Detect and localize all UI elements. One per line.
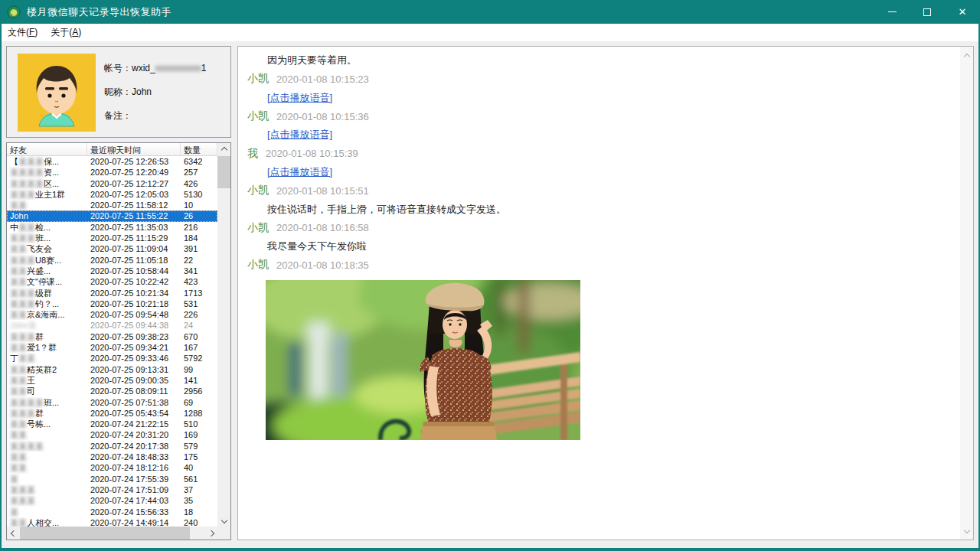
- horizontal-scroll-thumb[interactable]: [20, 527, 190, 540]
- minimize-button[interactable]: [874, 0, 910, 24]
- friend-row[interactable]: 某某某班...2020-07-25 11:15:29184: [7, 233, 217, 243]
- column-header-count[interactable]: 数量: [181, 143, 217, 155]
- nickname-value: John: [132, 86, 152, 97]
- friend-row[interactable]: 某某文"停课...2020-07-25 10:22:42423: [7, 276, 217, 287]
- friend-row[interactable]: 某某2020-07-24 18:12:1640: [7, 462, 217, 473]
- message-sender: 小凯: [247, 258, 269, 272]
- avatar: [18, 54, 96, 132]
- friends-list-header: 好友 最近聊天时间 数量: [7, 143, 217, 156]
- friend-row[interactable]: 某某兴盛...2020-07-25 10:58:44341: [7, 266, 217, 276]
- menu-item-about[interactable]: 关于(A): [45, 24, 87, 41]
- scrollbar-corner: [217, 527, 230, 540]
- friends-vertical-scrollbar[interactable]: [217, 143, 230, 527]
- voice-play-link[interactable]: [点击播放语音]: [267, 91, 332, 105]
- friend-row[interactable]: 某某某U8赛...2020-07-25 11:05:1822: [7, 255, 217, 266]
- profile-panel: 帐号：wxid_xxxxxxxxxx1 昵称：John 备注：: [6, 46, 231, 138]
- menubar: 文件(F) 关于(A): [0, 24, 980, 41]
- chevron-up-icon: [220, 146, 227, 152]
- friend-row[interactable]: 某某飞友会2020-07-25 11:09:04391: [7, 243, 217, 254]
- message-timestamp: 2020-01-08 10:16:58: [276, 222, 369, 233]
- message-text: 按住说话时，手指上滑，可将语音直接转成文字发送。: [267, 203, 506, 217]
- chevron-left-icon: [10, 530, 16, 536]
- nickname-row: 昵称：John: [104, 86, 152, 99]
- message-timestamp: 2020-01-08 10:15:51: [276, 185, 369, 197]
- friend-row[interactable]: 某某某群2020-07-25 09:38:23670: [7, 331, 217, 342]
- account-row: 帐号：wxid_xxxxxxxxxx1: [104, 62, 206, 75]
- friend-row[interactable]: 某某京&海南...2020-07-25 09:54:48226: [7, 309, 217, 320]
- friend-row[interactable]: 某某司2020-07-25 08:09:112956: [7, 386, 217, 396]
- menu-item-file[interactable]: 文件(F): [2, 24, 43, 41]
- friend-row[interactable]: 某某某某2020-07-24 20:17:38579: [7, 441, 217, 452]
- friend-row[interactable]: 某2020-07-24 15:56:3318: [7, 507, 217, 517]
- vertical-scroll-thumb[interactable]: [217, 156, 230, 188]
- friend-row[interactable]: 某某某2020-07-24 17:44:0335: [7, 495, 217, 506]
- message-timestamp: 2020-01-08 10:18:35: [276, 259, 369, 271]
- message-text: 我尽量今天下午发你啦: [267, 240, 367, 253]
- chat-scroll-up-button[interactable]: [960, 50, 973, 63]
- friend-row[interactable]: 某某某某区...2020-07-25 12:12:27426: [7, 178, 217, 189]
- friend-row[interactable]: 某某某某班...2020-07-25 07:51:3869: [7, 397, 217, 408]
- column-header-time[interactable]: 最近聊天时间: [87, 143, 181, 155]
- friend-row[interactable]: 某某号栋...2020-07-24 21:22:15510: [7, 419, 217, 429]
- chevron-down-icon: [220, 517, 227, 523]
- chat-messages: 因为明天要等着用。小凯2020-01-08 10:15:23[点击播放语音]小凯…: [238, 47, 960, 540]
- message-text: 因为明天要等着用。: [267, 54, 357, 67]
- column-header-friend[interactable]: 好友: [7, 143, 87, 155]
- friend-row[interactable]: 丁某某2020-07-25 09:33:465792: [7, 353, 217, 364]
- message-sender: 小凯: [247, 184, 269, 197]
- friend-row[interactable]: 某某2020-07-24 18:48:33175: [7, 452, 217, 462]
- friend-row[interactable]: 某某某群2020-07-25 05:43:541288: [7, 408, 217, 419]
- window-border-bottom: [0, 548, 980, 551]
- friend-row[interactable]: 某2020-07-24 17:55:39561: [7, 474, 217, 484]
- chat-scroll-down-button[interactable]: [960, 523, 973, 536]
- message-sender: 小凯: [247, 109, 269, 123]
- friend-row[interactable]: 【某某某保...2020-07-25 12:26:536342: [7, 156, 217, 167]
- nickname-label: 昵称：: [104, 86, 132, 97]
- chat-vertical-scrollbar[interactable]: [960, 47, 973, 540]
- scroll-left-button[interactable]: [7, 527, 20, 540]
- chat-panel: 因为明天要等着用。小凯2020-01-08 10:15:23[点击播放语音]小凯…: [237, 46, 974, 540]
- friend-row[interactable]: 某某王2020-07-25 09:00:35141: [7, 375, 217, 386]
- scroll-up-button[interactable]: [217, 143, 230, 156]
- chevron-down-icon: [963, 527, 969, 533]
- scroll-right-button[interactable]: [204, 527, 217, 540]
- friend-row[interactable]: 某某人相交...2020-07-24 14:49:14240: [7, 517, 217, 527]
- friend-row[interactable]: 某某某某资...2020-07-25 12:20:49257: [7, 167, 217, 178]
- friend-row[interactable]: John2020-07-25 11:55:2226: [7, 210, 217, 221]
- friends-list: 好友 最近聊天时间 数量 【某某某保...2020-07-25 12:26:53…: [6, 142, 231, 540]
- friends-horizontal-scrollbar[interactable]: [7, 527, 217, 540]
- titlebar: 楼月微信聊天记录导出恢复助手 ✕: [0, 0, 980, 24]
- friend-row[interactable]: 某某2020-07-25 11:58:1210: [7, 200, 217, 210]
- message-sender: 小凯: [247, 221, 269, 235]
- remark-label: 备注：: [104, 110, 132, 121]
- friend-row[interactable]: 中某某检...2020-07-25 11:35:03216: [7, 222, 217, 233]
- friend-row[interactable]: 某某爱1？群2020-07-25 09:34:21167: [7, 342, 217, 353]
- app-icon: [7, 5, 21, 19]
- maximize-button[interactable]: [910, 0, 945, 24]
- friends-rows: 【某某某保...2020-07-25 12:26:536342某某某某资...2…: [7, 156, 217, 527]
- friend-row[interactable]: 某某2020-07-24 20:31:20169: [7, 429, 217, 440]
- message-timestamp: 2020-01-08 10:15:39: [266, 148, 358, 159]
- close-button[interactable]: ✕: [945, 0, 980, 24]
- account-value: wxid_xxxxxxxxxx1: [132, 63, 206, 73]
- message-sender: 我: [247, 147, 258, 161]
- chat-image: [266, 280, 580, 440]
- voice-play-link[interactable]: [点击播放语音]: [267, 128, 332, 142]
- friend-row[interactable]: 某某精英群22020-07-25 09:13:3199: [7, 364, 217, 375]
- friend-row[interactable]: 某某某级群2020-07-25 10:21:341713: [7, 288, 217, 298]
- chevron-right-icon: [207, 530, 214, 536]
- message-timestamp: 2020-01-08 10:15:36: [276, 111, 369, 122]
- scroll-down-button[interactable]: [217, 514, 230, 527]
- friend-row[interactable]: 某某某业主1群2020-07-25 12:05:035130: [7, 189, 217, 200]
- message-timestamp: 2020-01-08 10:15:23: [276, 73, 369, 85]
- friend-row[interactable]: 某某某钓？...2020-07-25 10:21:18531: [7, 298, 217, 309]
- voice-play-link[interactable]: [点击播放语音]: [267, 165, 332, 179]
- friend-row[interactable]: 某某某2020-07-24 17:51:0937: [7, 484, 217, 495]
- window-title: 楼月微信聊天记录导出恢复助手: [27, 5, 172, 19]
- app-window: 楼月微信聊天记录导出恢复助手 ✕ 文件(F) 关于(A): [0, 0, 980, 551]
- friend-row[interactable]: John某2020-07-25 09:44:3824: [7, 320, 217, 331]
- remark-row: 备注：: [104, 109, 132, 122]
- chevron-up-icon: [963, 53, 969, 59]
- window-border-left: [0, 0, 2, 551]
- message-sender: 小凯: [247, 72, 269, 86]
